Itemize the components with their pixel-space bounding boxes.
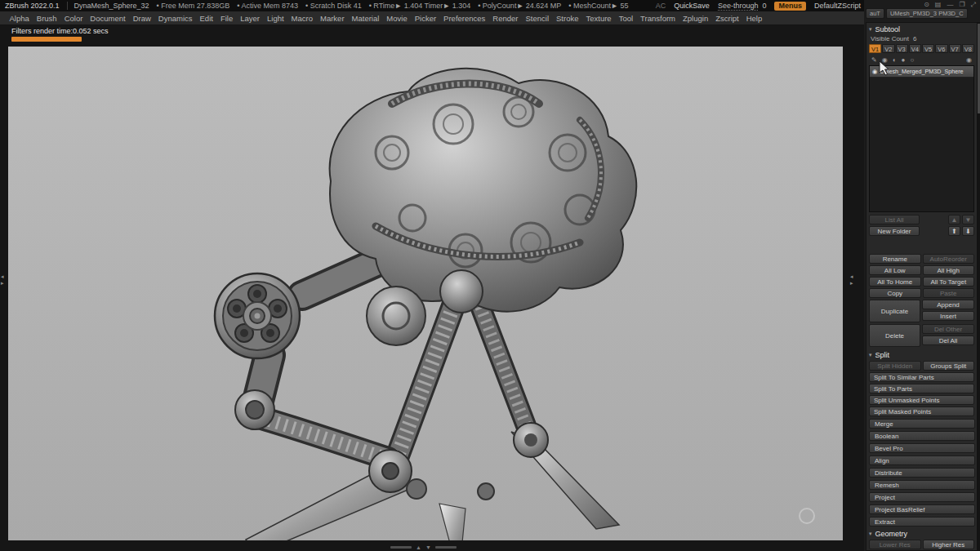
- menu-item-transform[interactable]: Transform: [637, 12, 679, 24]
- move-to-bottom-button[interactable]: ⬇: [962, 226, 974, 236]
- move-to-top-button[interactable]: ⬆: [948, 226, 960, 236]
- split-unmasked-points-button[interactable]: Split Unmasked Points: [869, 395, 974, 405]
- menu-item-document[interactable]: Document: [87, 12, 129, 24]
- subtool-up-button[interactable]: ▲: [948, 215, 960, 224]
- scroll-up-icon[interactable]: ▲: [416, 544, 421, 550]
- minimize-icon[interactable]: —: [947, 1, 953, 8]
- scrollbar-track[interactable]: [390, 546, 412, 549]
- lower-res-button[interactable]: Lower Res: [869, 540, 921, 549]
- menu-item-texture[interactable]: Texture: [582, 12, 615, 24]
- right-tray-toggle[interactable]: ◂ ▸: [850, 273, 857, 286]
- expand-icon[interactable]: ⤢: [971, 1, 976, 8]
- tool-tab-partial[interactable]: auT: [866, 8, 884, 19]
- all-to-home-button[interactable]: All To Home: [869, 277, 921, 287]
- menu-item-alpha[interactable]: Alpha: [6, 12, 33, 24]
- see-through-slider[interactable]: See-through 0: [718, 2, 767, 11]
- menu-item-stroke[interactable]: Stroke: [553, 12, 582, 24]
- sphere-icon[interactable]: ●: [902, 56, 906, 64]
- menu-item-material[interactable]: Material: [348, 12, 383, 24]
- delete-button[interactable]: Delete: [869, 324, 920, 347]
- tool-tab-current[interactable]: UMesh_PM3D_3 PM3D_C: [886, 8, 968, 19]
- subtool-list[interactable]: ◉ UMesh_Merged_PM3D_Sphere: [869, 65, 974, 212]
- pencil-icon[interactable]: ✎: [871, 56, 877, 64]
- wire-sphere-icon[interactable]: ○: [910, 56, 914, 64]
- menu-item-macro[interactable]: Macro: [287, 12, 316, 24]
- sculpt-canvas[interactable]: [8, 47, 843, 540]
- tab-v5[interactable]: V5: [922, 44, 934, 53]
- eye-all-icon[interactable]: ◉: [966, 56, 972, 64]
- paste-button[interactable]: Paste: [923, 288, 975, 298]
- tab-v4[interactable]: V4: [909, 44, 921, 53]
- menu-item-layer[interactable]: Layer: [237, 12, 264, 24]
- extract-subpalette[interactable]: Extract: [869, 517, 975, 527]
- menu-item-stencil[interactable]: Stencil: [522, 12, 553, 24]
- menu-item-edit[interactable]: Edit: [196, 12, 216, 24]
- menu-item-color[interactable]: Color: [60, 12, 87, 24]
- tab-v7[interactable]: V7: [949, 44, 961, 53]
- list-icon[interactable]: ▤: [935, 1, 942, 8]
- copy-button[interactable]: Copy: [869, 288, 921, 298]
- menu-item-file[interactable]: File: [216, 12, 236, 24]
- split-to-similar-parts-button[interactable]: Split To Similar Parts: [869, 372, 974, 382]
- menu-item-movie[interactable]: Movie: [383, 12, 411, 24]
- all-to-target-button[interactable]: All To Target: [923, 277, 975, 287]
- scrollbar-track[interactable]: [435, 546, 457, 549]
- del-other-button[interactable]: Del Other: [922, 324, 974, 334]
- split-to-parts-button[interactable]: Split To Parts: [869, 384, 974, 393]
- rename-button[interactable]: Rename: [869, 254, 921, 264]
- menu-item-preferences[interactable]: Preferences: [440, 12, 489, 24]
- menu-item-zplugin[interactable]: Zplugin: [679, 12, 712, 24]
- insert-button[interactable]: Insert: [922, 311, 974, 321]
- merge-subpalette[interactable]: Merge: [869, 419, 975, 429]
- menu-item-picker[interactable]: Picker: [411, 12, 439, 24]
- menu-item-dynamics[interactable]: Dynamics: [154, 12, 196, 24]
- menus-button[interactable]: Menus: [774, 2, 806, 11]
- split-section-header[interactable]: ▾ Split: [869, 350, 974, 359]
- higher-res-button[interactable]: Higher Res: [923, 540, 975, 549]
- canvas-scrollbar[interactable]: ▲ ▼: [390, 544, 457, 550]
- menu-item-zscript[interactable]: Zscript: [712, 12, 743, 24]
- align-subpalette[interactable]: Align: [869, 455, 975, 465]
- subtool-section-header[interactable]: ▾ Subtool: [869, 24, 974, 33]
- del-all-button[interactable]: Del All: [922, 335, 974, 345]
- subtool-down-button[interactable]: ▼: [962, 215, 974, 224]
- split-masked-points-button[interactable]: Split Masked Points: [869, 407, 974, 416]
- project-basrelief-subpalette[interactable]: Project BasRelief: [869, 504, 975, 514]
- distribute-subpalette[interactable]: Distribute: [869, 468, 975, 478]
- dot-icon[interactable]: ⊙: [924, 1, 929, 8]
- geometry-section-header[interactable]: ▾ Geometry: [869, 529, 974, 538]
- split-hidden-button[interactable]: Split Hidden: [869, 361, 921, 371]
- menu-item-render[interactable]: Render: [489, 12, 522, 24]
- menu-item-light[interactable]: Light: [263, 12, 287, 24]
- remesh-subpalette[interactable]: Remesh: [869, 480, 975, 490]
- auto-reorder-button[interactable]: AutoReorder: [923, 254, 975, 264]
- project-subpalette[interactable]: Project: [869, 492, 975, 502]
- menu-item-tool[interactable]: Tool: [615, 12, 636, 24]
- tab-v8[interactable]: V8: [962, 44, 974, 53]
- all-low-button[interactable]: All Low: [869, 265, 921, 275]
- bevel-pro-subpalette[interactable]: Bevel Pro: [869, 443, 975, 453]
- default-zscript-button[interactable]: DefaultZScript: [814, 2, 861, 10]
- quicksave-button[interactable]: QuickSave: [674, 2, 710, 10]
- duplicate-button[interactable]: Duplicate: [869, 300, 920, 322]
- tab-v1[interactable]: V1: [869, 44, 881, 53]
- menu-item-draw[interactable]: Draw: [129, 12, 154, 24]
- left-tray-toggle[interactable]: ◂ ▸: [1, 273, 7, 286]
- menu-item-brush[interactable]: Brush: [33, 12, 60, 24]
- scroll-down-icon[interactable]: ▼: [425, 544, 431, 550]
- all-high-button[interactable]: All High: [923, 265, 975, 275]
- new-folder-button[interactable]: New Folder: [869, 226, 920, 236]
- tab-v2[interactable]: V2: [882, 44, 894, 53]
- shaded-sphere-icon[interactable]: ◐: [893, 56, 897, 64]
- tab-v3[interactable]: V3: [896, 44, 908, 53]
- menu-item-help[interactable]: Help: [742, 12, 766, 24]
- stat-free-mem: • Free Mem 27.838GB: [157, 2, 230, 10]
- visibility-eye-icon[interactable]: ◉: [872, 68, 877, 75]
- boolean-subpalette[interactable]: Boolean: [869, 431, 975, 441]
- tab-v6[interactable]: V6: [935, 44, 947, 53]
- groups-split-button[interactable]: Groups Split: [923, 361, 975, 371]
- append-button[interactable]: Append: [922, 300, 974, 309]
- restore-icon[interactable]: ❐: [959, 1, 964, 8]
- menu-item-marker[interactable]: Marker: [317, 12, 349, 24]
- list-all-button[interactable]: List All: [869, 215, 920, 224]
